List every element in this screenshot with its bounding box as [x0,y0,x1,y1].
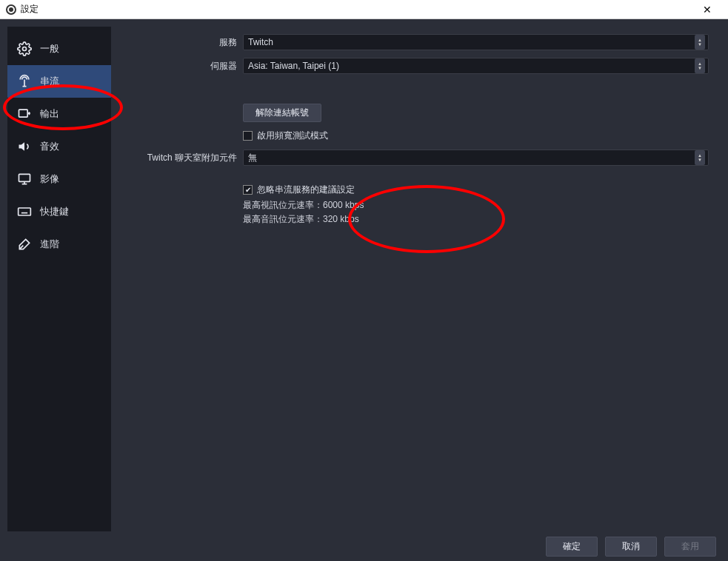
row-ignore-recommendations: ✔ 忽略串流服務的建議設定 最高視訊位元速率：6000 kbps 最高音訊位元速… [243,184,709,226]
svg-rect-3 [19,110,28,117]
cancel-button[interactable]: 取消 [605,537,657,557]
sidebar-item-label: 一般 [40,42,59,56]
sidebar: 一般 串流 輸出 音效 影像 [7,27,111,531]
sidebar-item-general[interactable]: 一般 [7,33,111,65]
settings-stream-panel: 服務 Twitch ▲▼ 伺服器 Asia: Taiwan, Taipei (1… [111,27,721,531]
max-video-bitrate-text: 最高視訊位元速率：6000 kbps [243,199,709,212]
keyboard-icon [16,204,33,219]
server-label: 伺服器 [118,60,237,73]
row-disconnect: 解除連結帳號 [118,104,709,122]
svg-rect-7 [19,208,31,215]
svg-rect-4 [19,174,30,181]
row-bandwidth-test: 啟用頻寬測試模式 [243,130,709,142]
service-value: Twitch [248,37,273,47]
row-chat-addon: Twitch 聊天室附加元件 無 ▲▼ [118,150,709,166]
speaker-icon [16,139,33,154]
service-label: 服務 [118,36,237,49]
ok-button[interactable]: 確定 [546,537,598,557]
close-button[interactable]: ✕ [692,0,722,19]
content-area: 一般 串流 輸出 音效 影像 [0,19,728,531]
row-service: 服務 Twitch ▲▼ [118,34,709,50]
sidebar-item-label: 輸出 [40,107,59,121]
app-icon [6,4,16,15]
sidebar-item-output[interactable]: 輸出 [7,98,111,130]
gear-icon [16,41,33,56]
chat-addon-label: Twitch 聊天室附加元件 [118,152,237,164]
window-title: 設定 [21,3,39,16]
updown-icon: ▲▼ [695,58,705,73]
output-icon [16,107,33,121]
server-combobox[interactable]: Asia: Taiwan, Taipei (1) ▲▼ [243,58,709,74]
apply-button[interactable]: 套用 [664,537,716,557]
tools-icon [16,237,33,252]
service-combobox[interactable]: Twitch ▲▼ [243,34,709,50]
antenna-icon [16,74,33,89]
chat-addon-combobox[interactable]: 無 ▲▼ [243,150,709,166]
max-audio-bitrate-text: 最高音訊位元速率：320 kbps [243,213,709,226]
sidebar-item-label: 影像 [40,172,59,186]
ignore-recommendations-label: 忽略串流服務的建議設定 [257,184,355,196]
server-value: Asia: Taiwan, Taipei (1) [248,61,339,71]
sidebar-item-audio[interactable]: 音效 [7,130,111,163]
sidebar-item-label: 音效 [40,140,59,153]
svg-point-0 [23,47,27,51]
disconnect-account-button[interactable]: 解除連結帳號 [243,104,321,122]
sidebar-item-video[interactable]: 影像 [7,163,111,195]
bandwidth-test-checkbox[interactable] [243,131,253,141]
sidebar-item-label: 進階 [40,238,59,251]
close-icon: ✕ [703,4,712,16]
titlebar: 設定 ✕ [0,0,728,19]
updown-icon: ▲▼ [695,150,705,165]
sidebar-item-label: 快捷鍵 [40,205,69,218]
sidebar-item-stream[interactable]: 串流 [7,65,111,98]
bandwidth-test-label: 啟用頻寬測試模式 [257,130,328,142]
row-server: 伺服器 Asia: Taiwan, Taipei (1) ▲▼ [118,58,709,74]
sidebar-item-label: 串流 [40,75,59,88]
ignore-recommendations-checkbox[interactable]: ✔ [243,185,253,195]
updown-icon: ▲▼ [695,35,705,50]
footer-buttons: 確定 取消 套用 [0,531,728,561]
sidebar-item-hotkeys[interactable]: 快捷鍵 [7,195,111,228]
sidebar-item-advanced[interactable]: 進階 [7,228,111,261]
monitor-icon [16,172,33,187]
chat-addon-value: 無 [248,152,257,164]
